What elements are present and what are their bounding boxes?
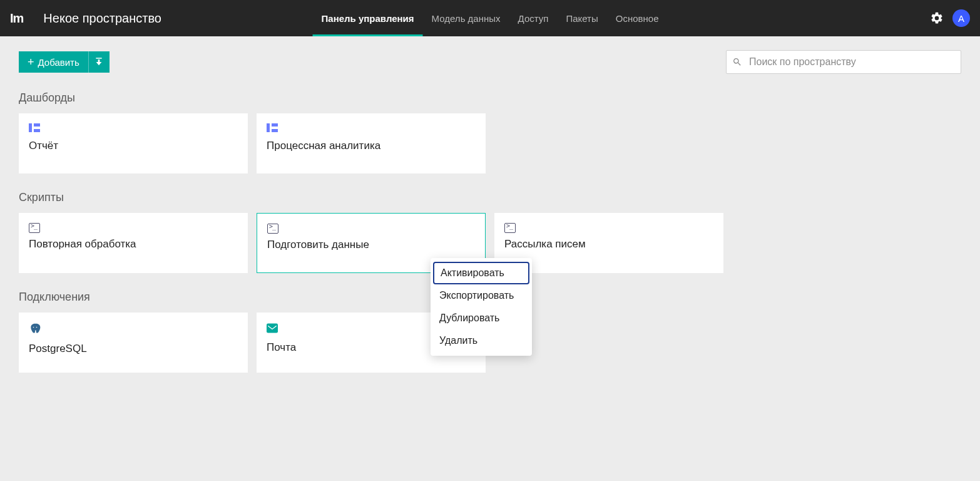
card-title: Процессная аналитика <box>267 140 476 152</box>
card-title: Рассылка писем <box>504 238 713 251</box>
top-bar: + Добавить <box>19 50 961 74</box>
script-icon <box>267 224 475 234</box>
menu-export[interactable]: Экспортировать <box>431 284 532 307</box>
menu-delete[interactable]: Удалить <box>431 329 532 352</box>
main-nav: Панель управления Модель данных Доступ П… <box>313 0 668 36</box>
add-button[interactable]: + Добавить <box>19 51 88 73</box>
dashboard-card[interactable]: Отчёт <box>19 113 248 173</box>
card-title: Отчёт <box>29 140 238 152</box>
section-scripts-title: Скрипты <box>19 191 961 204</box>
nav-access[interactable]: Доступ <box>509 0 558 36</box>
plus-icon: + <box>28 56 34 68</box>
card-title: Подготовить данные <box>267 239 475 251</box>
nav-data-model[interactable]: Модель данных <box>423 0 509 36</box>
connection-card[interactable]: PostgreSQL <box>19 313 248 373</box>
svg-rect-2 <box>267 324 278 333</box>
card-title: PostgreSQL <box>29 343 238 355</box>
dashboards-row: Отчёт Процессная аналитика <box>19 113 961 173</box>
nav-packages[interactable]: Пакеты <box>557 0 606 36</box>
svg-point-0 <box>33 327 34 328</box>
search-input[interactable] <box>726 50 961 74</box>
search-icon <box>732 57 742 67</box>
app-header: Im Некое пространство Панель управления … <box>0 0 980 36</box>
dashboard-icon <box>29 123 238 135</box>
header-right: A <box>930 9 970 27</box>
content-area: + Добавить Дашборды Отчёт Процессная ана… <box>0 36 980 404</box>
gear-icon[interactable] <box>930 11 944 25</box>
workspace-name[interactable]: Некое пространство <box>43 11 161 26</box>
nav-main[interactable]: Основное <box>607 0 668 36</box>
script-icon <box>504 223 713 233</box>
menu-activate[interactable]: Активировать <box>433 262 529 284</box>
import-icon <box>94 57 104 67</box>
svg-point-1 <box>36 327 38 328</box>
logo[interactable]: Im <box>10 11 23 26</box>
script-card[interactable]: Повторная обработка <box>19 213 248 273</box>
script-icon <box>29 223 238 233</box>
import-button[interactable] <box>88 51 110 73</box>
postgresql-icon <box>29 323 238 338</box>
add-button-group: + Добавить <box>19 51 110 73</box>
nav-dashboard[interactable]: Панель управления <box>313 0 423 36</box>
card-title: Повторная обработка <box>29 238 238 251</box>
menu-duplicate[interactable]: Дублировать <box>431 307 532 329</box>
search-wrap <box>726 50 961 74</box>
add-button-label: Добавить <box>38 57 79 68</box>
dashboard-card[interactable]: Процессная аналитика <box>257 113 486 173</box>
dashboard-icon <box>267 123 476 135</box>
section-dashboards-title: Дашборды <box>19 91 961 105</box>
avatar[interactable]: A <box>952 9 970 27</box>
context-menu: Активировать Экспортировать Дублировать … <box>431 258 532 356</box>
